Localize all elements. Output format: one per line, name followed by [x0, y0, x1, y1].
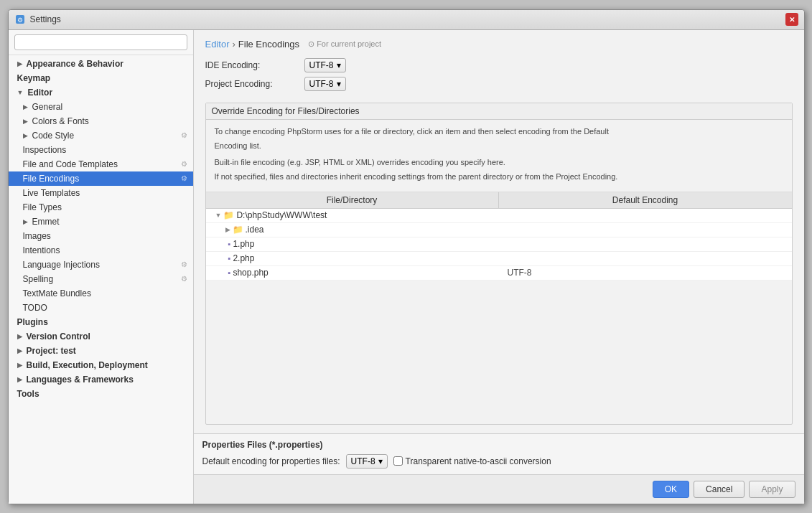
transparent-conversion-checkbox[interactable] [393, 456, 403, 466]
sidebar-item-tools[interactable]: Tools [9, 387, 193, 401]
table-header: File/Directory Default Encoding [206, 192, 792, 209]
sidebar-item-intentions[interactable]: Intentions [9, 243, 193, 258]
sidebar-item-textmate-bundles[interactable]: TextMate Bundles [9, 286, 193, 301]
properties-encoding-label: Default encoding for properties files: [202, 456, 340, 466]
sidebar-item-label: General [32, 102, 63, 112]
settings-icon: ⚙ [181, 131, 187, 139]
title-bar: ⚙ Settings ✕ [9, 10, 804, 30]
breadcrumb-parent[interactable]: Editor [205, 39, 230, 50]
properties-section: Properties Files (*.properties) Default … [194, 433, 804, 474]
transparent-conversion-label[interactable]: Transparent native-to-ascii conversion [393, 456, 551, 466]
sidebar-item-language-injections[interactable]: Language Injections ⚙ [9, 258, 193, 272]
sidebar-item-project-test[interactable]: ▶ Project: test [9, 344, 193, 358]
content-area: ▶ Appearance & Behavior Keymap ▼ Editor … [9, 30, 804, 504]
table-row[interactable]: ▶ 📁 .idea [206, 223, 792, 237]
sidebar-item-appearance[interactable]: ▶ Appearance & Behavior [9, 57, 193, 71]
sidebar-item-file-code-templates[interactable]: File and Code Templates ⚙ [9, 157, 193, 171]
sidebar-item-languages-frameworks[interactable]: ▶ Languages & Frameworks [9, 372, 193, 387]
sidebar-item-label: Plugins [17, 317, 48, 327]
folder-open-arrow-icon: ▼ [215, 212, 222, 219]
sidebar-item-label: Images [23, 231, 51, 241]
nav-tree: ▶ Appearance & Behavior Keymap ▼ Editor … [9, 55, 193, 504]
arrow-icon: ▶ [17, 347, 22, 354]
encoding-cell [499, 214, 792, 217]
search-input[interactable] [14, 34, 187, 50]
apply-button[interactable]: Apply [749, 481, 795, 498]
sidebar-item-label: Version Control [27, 331, 90, 342]
sidebar-item-emmet[interactable]: ▶ Emmet [9, 215, 193, 229]
sidebar-item-label: Editor [27, 88, 52, 98]
sidebar: ▶ Appearance & Behavior Keymap ▼ Editor … [9, 30, 194, 504]
properties-encoding-dropdown[interactable]: UTF-8 ▾ [346, 454, 388, 469]
breadcrumb-note: ⊙ For current project [308, 39, 381, 49]
sidebar-item-general[interactable]: ▶ General [9, 100, 193, 114]
table-body: ▼ 📁 D:\phpStudy\WWW\test ▶ [206, 209, 792, 281]
ok-button[interactable]: OK [653, 481, 689, 498]
sidebar-item-build-exec[interactable]: ▶ Build, Execution, Deployment [9, 358, 193, 372]
file-cell: ▪ 1.php [206, 237, 499, 250]
override-section: Override Encoding for Files/Directories … [205, 103, 793, 425]
file-name: shop.php [233, 268, 268, 278]
sidebar-item-keymap[interactable]: Keymap [9, 71, 193, 85]
php-file-icon-3: ▪ [228, 268, 231, 277]
properties-section-title: Properties Files (*.properties) [202, 440, 795, 450]
project-encoding-row: Project Encoding: UTF-8 ▾ [205, 77, 793, 91]
dropdown-arrow-icon-2: ▾ [337, 79, 341, 89]
file-cell: ▶ 📁 .idea [206, 223, 499, 236]
sidebar-item-label: Colors & Fonts [32, 116, 89, 126]
sidebar-item-colors-fonts[interactable]: ▶ Colors & Fonts [9, 114, 193, 128]
table-row[interactable]: ▼ 📁 D:\phpStudy\WWW\test [206, 209, 792, 223]
sidebar-item-label: Build, Execution, Deployment [27, 360, 148, 370]
sidebar-item-label: Language Injections [23, 260, 100, 270]
sidebar-item-version-control[interactable]: ▶ Version Control [9, 329, 193, 344]
sidebar-item-label: File and Code Templates [23, 159, 118, 169]
desc-line2: Encoding list. [215, 140, 783, 152]
arrow-icon: ▶ [17, 376, 22, 383]
sidebar-item-live-templates[interactable]: Live Templates [9, 186, 193, 200]
title-bar-left: ⚙ Settings [14, 14, 61, 25]
table-row[interactable]: ▪ 2.php [206, 252, 792, 266]
sidebar-item-code-style[interactable]: ▶ Code Style ⚙ [9, 128, 193, 143]
sidebar-item-file-encodings[interactable]: File Encodings ⚙ [9, 171, 193, 186]
arrow-icon: ▶ [17, 333, 22, 340]
override-description: To change encoding PhpStorm uses for a f… [206, 120, 792, 192]
sidebar-item-label: Code Style [32, 131, 75, 141]
sidebar-item-label: TODO [23, 303, 47, 313]
file-name: D:\phpStudy\WWW\test [236, 210, 327, 220]
file-name: 1.php [233, 239, 254, 249]
main-panel: Editor › File Encodings ⊙ For current pr… [194, 30, 804, 504]
dropdown-arrow-icon-3: ▾ [378, 456, 383, 466]
settings-icon-5: ⚙ [181, 275, 187, 283]
breadcrumb: Editor › File Encodings ⊙ For current pr… [205, 39, 793, 50]
file-name: 2.php [233, 253, 254, 263]
sidebar-item-label: Intentions [23, 245, 60, 255]
sidebar-item-todo[interactable]: TODO [9, 301, 193, 315]
sidebar-item-images[interactable]: Images [9, 229, 193, 243]
file-directory-table[interactable]: File/Directory Default Encoding ▼ 📁 D:\ [206, 192, 792, 424]
col-file-directory: File/Directory [206, 192, 499, 208]
encoding-cell [499, 257, 792, 260]
main-content: Editor › File Encodings ⊙ For current pr… [194, 30, 804, 433]
sidebar-item-inspections[interactable]: Inspections [9, 143, 193, 157]
php-file-icon: ▪ [228, 240, 231, 248]
sidebar-item-plugins[interactable]: Plugins [9, 315, 193, 329]
search-box [9, 30, 193, 55]
ide-encoding-dropdown[interactable]: UTF-8 ▾ [304, 58, 346, 72]
table-row[interactable]: ▪ shop.php UTF-8 [206, 266, 792, 281]
project-encoding-dropdown[interactable]: UTF-8 ▾ [304, 77, 346, 91]
sidebar-item-editor[interactable]: ▼ Editor [9, 85, 193, 100]
arrow-icon: ▶ [23, 132, 28, 139]
sidebar-item-label: File Types [23, 202, 62, 212]
sidebar-item-spelling[interactable]: Spelling ⚙ [9, 272, 193, 286]
ide-encoding-row: IDE Encoding: UTF-8 ▾ [205, 58, 793, 72]
encoding-cell [499, 243, 792, 245]
table-row[interactable]: ▪ 1.php [206, 237, 792, 252]
close-button[interactable]: ✕ [785, 13, 798, 26]
breadcrumb-current: File Encodings [238, 39, 299, 50]
file-cell: ▪ 2.php [206, 252, 499, 265]
dropdown-arrow-icon: ▾ [337, 60, 341, 70]
sidebar-item-file-types[interactable]: File Types [9, 200, 193, 215]
desc-line3: Built-in file encoding (e.g. JSP, HTML o… [215, 156, 783, 169]
arrow-icon: ▶ [23, 218, 28, 225]
cancel-button[interactable]: Cancel [694, 481, 745, 498]
